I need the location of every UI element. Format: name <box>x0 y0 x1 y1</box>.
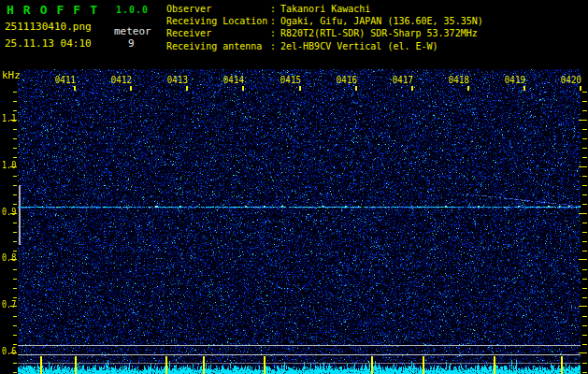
freq-minor-tick-right <box>582 232 587 233</box>
time-tick-label: 0414 <box>222 75 244 85</box>
freq-minor-tick-right <box>582 325 587 326</box>
freq-minor-tick <box>13 148 17 149</box>
freq-minor-tick-right <box>582 241 587 242</box>
freq-minor-tick <box>13 325 17 326</box>
info-value: R820T2(RTL-SDR) SDR-Sharp 53.372MHz <box>280 27 478 39</box>
freq-minor-tick <box>13 157 17 158</box>
freq-minor-tick <box>13 269 17 270</box>
freq-tick-label: 0.6 <box>2 346 12 356</box>
freq-minor-tick-right <box>582 148 587 149</box>
info-value: Takanori Kawachi <box>280 3 370 15</box>
time-tick-label: 0415 <box>279 75 301 85</box>
freq-minor-tick <box>13 185 17 186</box>
station-info-row: Receiving Location:Ogaki, Gifu, JAPAN (1… <box>166 15 483 27</box>
freq-minor-tick-right <box>582 297 587 298</box>
y-axis-unit-label: kHz <box>2 69 21 81</box>
time-tick-label: 0418 <box>447 75 469 85</box>
freq-minor-tick-right <box>582 138 587 139</box>
hrofft-spectrogram-screen: HROFFT 1.0.0 2511130410.png meteor 25.11… <box>0 0 588 374</box>
freq-minor-tick <box>13 335 17 336</box>
freq-minor-tick-right <box>582 129 587 130</box>
freq-minor-tick-right <box>582 344 587 345</box>
time-tick <box>186 86 188 91</box>
freq-minor-tick-right <box>582 363 587 364</box>
meteor-count: 9 <box>128 37 135 50</box>
freq-minor-tick <box>13 92 17 93</box>
info-separator: : <box>270 40 280 52</box>
time-tick <box>242 86 244 91</box>
freq-tick-label: 0.8 <box>2 252 12 263</box>
freq-minor-tick-right <box>582 251 587 252</box>
freq-minor-tick-right <box>582 176 587 177</box>
freq-minor-tick <box>13 279 17 280</box>
freq-minor-tick <box>13 288 17 289</box>
time-tick <box>580 86 581 91</box>
freq-minor-tick <box>13 251 17 252</box>
freq-minor-tick <box>13 344 17 345</box>
freq-minor-tick-right <box>582 204 587 205</box>
time-tick <box>523 86 525 91</box>
station-info-block: Observer:Takanori KawachiReceiving Locat… <box>166 3 483 52</box>
info-label: Receiving Location <box>166 15 270 27</box>
freq-minor-tick-right <box>582 288 587 289</box>
station-info-row: Observer:Takanori Kawachi <box>166 3 483 15</box>
freq-minor-tick-right <box>582 110 587 111</box>
info-separator: : <box>270 3 280 15</box>
freq-major-tick <box>10 306 17 307</box>
freq-minor-tick-right <box>582 316 587 317</box>
freq-tick-label: 0.7 <box>2 299 12 309</box>
freq-minor-tick-right <box>582 185 587 186</box>
info-separator: : <box>270 27 280 39</box>
freq-major-tick <box>10 120 17 121</box>
time-tick <box>467 86 469 91</box>
spectrogram-canvas <box>18 69 581 374</box>
freq-minor-tick <box>13 223 17 223</box>
freq-tick-label: 0.9 <box>2 207 12 217</box>
freq-major-tick-right <box>579 352 587 353</box>
freq-major-tick-right <box>579 213 587 214</box>
freq-major-tick <box>10 352 17 353</box>
freq-minor-tick <box>13 110 17 111</box>
freq-tick-label: 1.0 <box>2 160 12 170</box>
station-info-row: Receiving antenna:2el-HB9CV Vertical (el… <box>166 40 483 52</box>
info-value: 2el-HB9CV Vertical (el. E-W) <box>280 40 438 52</box>
freq-minor-tick <box>13 138 17 139</box>
freq-major-tick-right <box>579 306 587 307</box>
freq-minor-tick-right <box>582 279 587 280</box>
time-tick-label: 0417 <box>391 75 413 85</box>
freq-minor-tick <box>13 316 17 317</box>
freq-minor-tick <box>13 204 17 205</box>
freq-major-tick-right <box>579 166 587 167</box>
freq-minor-tick-right <box>582 269 587 270</box>
freq-tick-label: 1.1 <box>2 113 12 123</box>
station-info-row: Receiver:R820T2(RTL-SDR) SDR-Sharp 53.37… <box>166 27 483 39</box>
time-tick-label: 0416 <box>335 75 357 85</box>
freq-minor-tick <box>13 297 17 298</box>
freq-minor-tick <box>13 363 17 364</box>
freq-major-tick-right <box>579 120 587 121</box>
info-label: Observer <box>166 3 270 15</box>
freq-minor-tick <box>13 194 17 195</box>
freq-major-tick <box>10 259 17 260</box>
app-title: HROFFT <box>7 3 107 17</box>
info-value: Ogaki, Gifu, JAPAN (136.60E, 35.35N) <box>280 15 483 27</box>
time-tick-label: 0412 <box>109 75 132 85</box>
time-tick <box>299 86 301 91</box>
freq-minor-tick-right <box>582 194 587 195</box>
time-tick-label: 0413 <box>165 75 188 85</box>
freq-major-tick-right <box>579 259 587 260</box>
output-filename: 2511130410.png <box>5 21 92 33</box>
observation-mode: meteor <box>114 25 151 37</box>
freq-minor-tick-right <box>582 101 587 102</box>
freq-minor-tick <box>13 232 17 233</box>
time-tick <box>130 86 132 91</box>
freq-minor-tick-right <box>582 92 587 93</box>
app-version: 1.0.0 <box>116 5 149 15</box>
freq-major-tick <box>10 213 17 214</box>
freq-minor-tick <box>13 241 17 242</box>
time-tick <box>74 86 76 91</box>
time-tick <box>355 86 357 91</box>
freq-minor-tick <box>13 176 17 177</box>
info-label: Receiving antenna <box>166 40 270 52</box>
time-tick-label: 0420 <box>559 75 581 85</box>
